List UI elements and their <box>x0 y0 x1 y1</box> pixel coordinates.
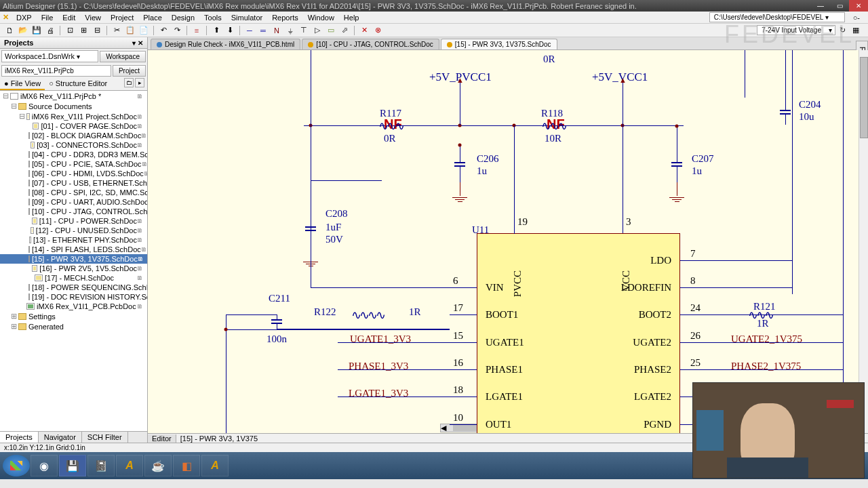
zoom-area-icon[interactable]: ⊞ <box>78 25 89 36</box>
tree-item[interactable]: [08] - CPU - SPI, I2C, SD, MMC.SchDoc🗎 <box>0 188 147 197</box>
menu-view[interactable]: View <box>80 14 106 22</box>
print-icon[interactable]: 🖨 <box>45 25 56 36</box>
zoom-sel-icon[interactable]: ⊟ <box>92 25 102 36</box>
tree-item[interactable]: [02] - BLOCK DIAGRAM.SchDoc🗎 <box>0 131 147 140</box>
book-icon[interactable]: 📓 <box>87 455 115 476</box>
titlebar: Altium Designer (15.1) - C:\Users\fedeve… <box>0 0 868 12</box>
panel-opt-icon[interactable]: ▸ <box>135 78 144 87</box>
variant-dropdown[interactable]: 7-24V Input Voltage <box>757 25 835 35</box>
orange-icon[interactable]: ◧ <box>173 455 200 476</box>
menu-dxp[interactable]: DXP <box>12 14 37 22</box>
doctab[interactable]: Design Rule Check - iMX6_V1I1_PCB.html <box>151 39 300 49</box>
menu-project[interactable]: Project <box>106 14 138 22</box>
part-icon[interactable]: ▷ <box>312 25 323 36</box>
chrome-icon[interactable]: ◉ <box>31 455 58 476</box>
start-button[interactable] <box>3 455 30 476</box>
menu-design[interactable]: Design <box>167 14 199 22</box>
panel-cfg-icon[interactable]: 🗀 <box>124 78 134 87</box>
search-icon[interactable]: ○- <box>850 14 863 22</box>
hier-up-icon[interactable]: ⬆ <box>211 25 222 36</box>
menu-file[interactable]: File <box>37 14 58 22</box>
tree-item[interactable]: [03] - CONNECTORS.SchDoc🗎 <box>0 140 147 150</box>
mode-icon[interactable]: ≡ <box>191 25 202 36</box>
java-icon[interactable]: ☕ <box>144 455 172 476</box>
tree-item[interactable]: [19] - DOC REVISION HISTORY.SchDoc🗎 <box>0 292 147 302</box>
port-icon[interactable]: ⬀ <box>339 25 350 36</box>
cross-icon[interactable]: ✕ <box>359 25 370 36</box>
altium1-icon[interactable]: A <box>116 455 143 476</box>
tree-item[interactable]: [17] - MECH.SchDoc🗎 <box>0 273 147 283</box>
structure-tab[interactable]: ○ Structure Editor <box>45 78 111 90</box>
tree-item[interactable]: [18] - POWER SEQUENCING.SchDoc🗎 <box>0 283 147 292</box>
tree-item[interactable]: iMX6 Rex_V1I1_PCB.PcbDoc🗎 <box>0 302 147 311</box>
refresh-icon[interactable]: ↻ <box>837 25 848 36</box>
tree-item[interactable]: [13] - ETHERNET PHY.SchDoc🗎 <box>0 235 147 245</box>
tree-item[interactable]: ⊟Source Documents <box>0 101 147 111</box>
tree-item[interactable]: ⊞Settings <box>0 311 147 321</box>
document-tabs: Design Rule Check - iMX6_V1I1_PCB.html[1… <box>148 37 868 50</box>
btab-navigator[interactable]: Navigator <box>39 432 82 443</box>
zoom-fit-icon[interactable]: ⊡ <box>64 25 75 36</box>
menu-place[interactable]: Place <box>138 14 167 22</box>
doctab[interactable]: [10] - CPU - JTAG, CONTROL.SchDoc <box>302 39 439 49</box>
noerc-icon[interactable]: ⊗ <box>372 25 383 36</box>
netlabel-icon[interactable]: N <box>271 25 282 36</box>
tree-item[interactable]: [01] - COVER PAGE.SchDoc🗎 <box>0 121 147 131</box>
copy-icon[interactable]: 📋 <box>125 25 136 36</box>
tree-item[interactable]: ⊟iMX6 Rex_V1I1 Project.SchDoc🗎 <box>0 111 147 121</box>
tree-item[interactable]: [12] - CPU - UNUSED.SchDoc🗎 <box>0 226 147 235</box>
tree-item[interactable]: [07] - CPU - USB, ETHERNET.SchDoc🗎 <box>0 178 147 188</box>
menu-reports[interactable]: Reports <box>267 14 303 22</box>
menu-help[interactable]: Help <box>339 14 364 22</box>
project-tree[interactable]: ⊟iMX6 Rex_V1I1.PrjPcb *🗎⊟Source Document… <box>0 91 147 431</box>
tree-item[interactable]: ⊞Generated <box>0 321 147 331</box>
paste-icon[interactable]: 📄 <box>138 25 149 36</box>
pwr-icon[interactable]: ⊤ <box>298 25 309 36</box>
schematic-editor[interactable]: ◀▶ U11PVCC19VCC3VIN6BOOT117UGATE115PHASE… <box>148 50 868 433</box>
tree-item[interactable]: [04] - CPU - DDR3, DDR3 MEM.SchDoc🗎 <box>0 150 147 159</box>
undo-icon[interactable]: ↶ <box>158 25 169 36</box>
doctab[interactable]: [15] - PWR 3V3, 1V375.SchDoc <box>441 39 557 49</box>
open-icon[interactable]: 📂 <box>18 25 28 36</box>
tree-item[interactable]: [16] - PWR 2V5, 1V5.SchDoc🗎 <box>0 264 147 273</box>
wire-icon[interactable]: ─ <box>244 25 255 36</box>
close-btn[interactable]: ✕ <box>849 0 868 12</box>
tree-item[interactable]: [10] - CPU - JTAG, CONTROL.SchDoc🗎 <box>0 207 147 216</box>
minimize-btn[interactable]: — <box>811 0 830 12</box>
grid-icon[interactable]: ▦ <box>850 25 861 36</box>
btab-sch-filter[interactable]: SCH Filter <box>82 432 128 443</box>
fileview-tab[interactable]: ● File View <box>0 78 45 90</box>
bus-icon[interactable]: ═ <box>258 25 269 36</box>
menu-window[interactable]: Window <box>303 14 339 22</box>
tree-item[interactable]: ⊟iMX6 Rex_V1I1.PrjPcb *🗎 <box>0 91 147 101</box>
notepad-icon[interactable]: 💾 <box>59 455 86 476</box>
tree-item[interactable]: [14] - SPI FLASH, LEDS.SchDoc🗎 <box>0 245 147 254</box>
menu-simulator[interactable]: Simulator <box>226 14 267 22</box>
panel-close-icon[interactable]: ▾ ✕ <box>132 39 143 47</box>
tree-item[interactable]: [06] - CPU - HDMI, LVDS.SchDoc🗎 <box>0 169 147 178</box>
tree-item[interactable]: [15] - PWR 3V3, 1V375.SchDoc🗎 <box>0 254 147 264</box>
save-icon[interactable]: 💾 <box>31 25 42 36</box>
btab-projects[interactable]: Projects <box>0 432 39 443</box>
cut-icon[interactable]: ✂ <box>111 25 122 36</box>
tree-item[interactable]: [05] - CPU - PCIE, SATA.SchDoc🗎 <box>0 159 147 169</box>
project-input[interactable]: iMX6 Rex_V1I1.PrjPcb <box>1 65 111 77</box>
altium2-icon[interactable]: A <box>201 455 229 476</box>
menu-tools[interactable]: Tools <box>199 14 226 22</box>
project-btn[interactable]: Project <box>113 65 146 77</box>
path-input[interactable]: C:\Users\fedevel\Desktop\FEDEVEL ▾ <box>709 12 845 22</box>
workspace-input[interactable]: Workspace1.DsnWrk ▾ <box>1 50 98 62</box>
redo-icon[interactable]: ↷ <box>172 25 182 36</box>
menu-edit[interactable]: Edit <box>58 14 80 22</box>
tree-item[interactable]: [09] - CPU - UART, AUDIO.SchDoc🗎 <box>0 197 147 207</box>
new-icon[interactable]: 🗋 <box>4 25 15 36</box>
hier-down-icon[interactable]: ⬇ <box>224 25 235 36</box>
vscrollbar[interactable] <box>859 50 868 433</box>
workspace-btn[interactable]: Workspace <box>100 51 146 62</box>
toolbar: 🗋 📂 💾 🖨 ⊡ ⊞ ⊟ ✂ 📋 📄 ↶ ↷ ≡ ⬆ ⬇ ─ ═ N ⏚ ⊤ … <box>0 24 868 37</box>
gnd-icon[interactable]: ⏚ <box>285 25 296 36</box>
tree-item[interactable]: [11] - CPU - POWER.SchDoc🗎 <box>0 216 147 226</box>
panel-title: Projects ▾ ✕ <box>0 37 147 49</box>
sheet-icon[interactable]: ▭ <box>326 25 336 36</box>
maximize-btn[interactable]: ▭ <box>830 0 849 12</box>
